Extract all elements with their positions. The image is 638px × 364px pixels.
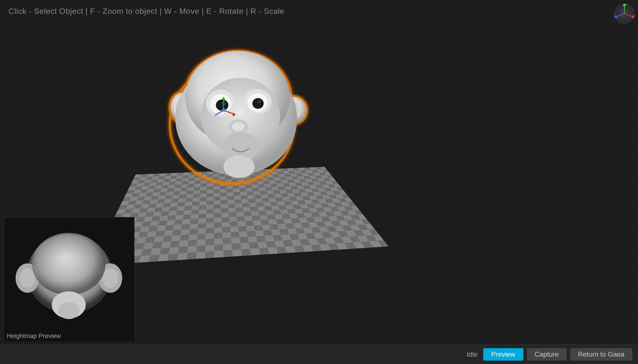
preview-svg [4,217,134,342]
svg-point-44 [32,233,106,295]
svg-point-27 [257,100,261,103]
info-bar: Click - Select Object | F - Zoom to obje… [8,7,284,16]
svg-point-46 [58,302,80,319]
main-viewport[interactable]: Click - Select Object | F - Zoom to obje… [0,0,638,364]
axis-svg: X Y Z [613,2,636,25]
transform-gizmo [209,96,232,119]
preview-button[interactable]: Preview [483,348,523,361]
heightmap-preview-panel [4,217,134,341]
keyboard-shortcuts-text: Click - Select Object | F - Zoom to obje… [8,7,284,16]
svg-marker-33 [222,97,225,99]
return-to-gaea-button[interactable]: Return to Gaea [570,348,632,361]
preview-label: Heightmap Preview [5,331,63,341]
svg-marker-35 [233,112,236,116]
bottom-bar: Idle Preview Capture Return to Gaea [0,344,638,364]
svg-point-43 [102,268,118,288]
svg-text:X: X [633,14,636,17]
svg-text:Y: Y [625,3,628,6]
svg-rect-37 [222,109,225,112]
status-label: Idle [467,350,478,358]
svg-text:Z: Z [614,14,616,17]
svg-point-31 [224,155,255,178]
capture-button[interactable]: Capture [527,348,567,361]
gizmo-svg [209,96,238,124]
axis-widget: X Y Z [613,2,636,25]
svg-point-26 [252,98,264,109]
